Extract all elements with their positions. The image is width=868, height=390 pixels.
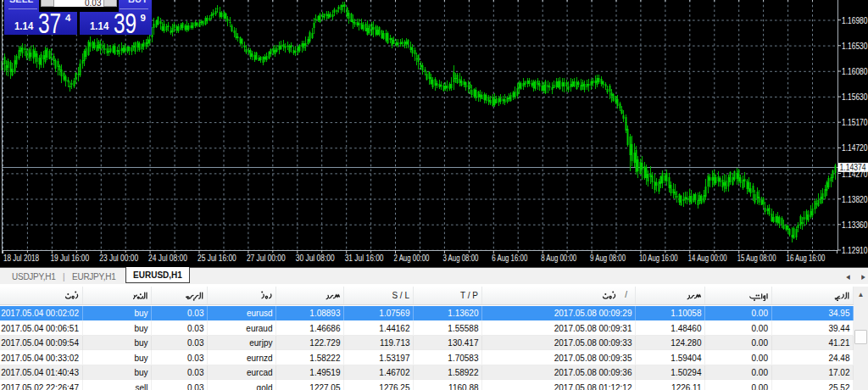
svg-text:1.12910: 1.12910 [842,245,868,255]
svg-text:31 Jul 16:00: 31 Jul 16:00 [345,253,384,263]
svg-text:16 Aug 16:00: 16 Aug 16:00 [787,253,826,263]
svg-text:1.16080: 1.16080 [842,66,868,76]
svg-text:1.15170: 1.15170 [842,117,868,127]
svg-text:1.16980: 1.16980 [842,15,868,25]
svg-text:24 Jul 08:00: 24 Jul 08:00 [148,253,187,263]
svg-text:23 Jul 00:00: 23 Jul 00:00 [99,253,138,263]
svg-text:1.13820: 1.13820 [842,194,868,204]
svg-text:3 Aug 08:00: 3 Aug 08:00 [442,253,478,263]
svg-text:27 Jul 00:00: 27 Jul 00:00 [247,253,286,263]
svg-text:1.13360: 1.13360 [842,220,868,230]
svg-text:1.14374: 1.14374 [840,162,866,172]
svg-text:1.16530: 1.16530 [842,41,868,51]
svg-text:10 Aug 16:00: 10 Aug 16:00 [639,253,678,263]
svg-text:18 Jul 2018: 18 Jul 2018 [3,253,39,263]
svg-text:6 Aug 16:00: 6 Aug 16:00 [492,253,527,263]
svg-text:15 Aug 08:00: 15 Aug 08:00 [737,253,776,263]
svg-text:30 Jul 08:00: 30 Jul 08:00 [296,253,335,263]
svg-text:19 Jul 16:00: 19 Jul 16:00 [50,253,89,263]
svg-text:8 Aug 00:00: 8 Aug 00:00 [541,253,576,263]
svg-text:9 Aug 08:00: 9 Aug 08:00 [590,253,626,263]
svg-text:14 Aug 00:00: 14 Aug 00:00 [688,253,727,263]
svg-text:2 Aug 00:00: 2 Aug 00:00 [394,253,430,263]
svg-text:25 Jul 16:00: 25 Jul 16:00 [198,253,236,263]
svg-text:1.15630: 1.15630 [842,92,868,102]
svg-text:1.14720: 1.14720 [842,142,868,153]
